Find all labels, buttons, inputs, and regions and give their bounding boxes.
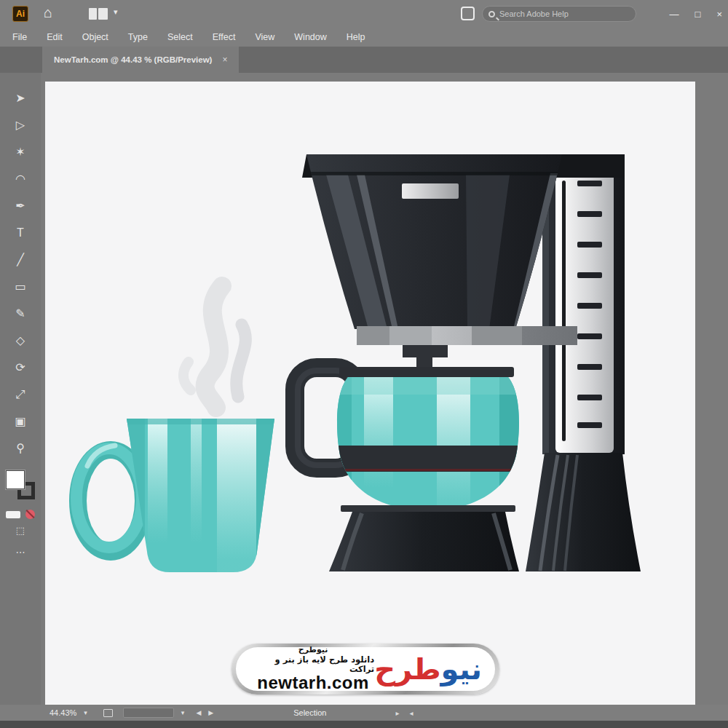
color-icon[interactable] [6, 511, 20, 518]
document-tab-bar: NewTarh.com @ 44.43 % (RGB/Preview) × [0, 47, 728, 73]
window-bottom-edge [0, 721, 728, 728]
next-artboard-icon[interactable]: ▶ [208, 709, 213, 716]
zoom-level-field[interactable]: 44.43% [50, 708, 76, 717]
fill-stroke-swatches[interactable] [4, 469, 36, 504]
coffee-maker-tower[interactable] [542, 154, 625, 454]
status-extra-icons: ▸ ◂ [395, 709, 413, 717]
tools-panel: ➤ ▷ ✶ ◠ ✒ T ╱ ▭ ✎ ◇ ⟳ ⤢ ▣ ⚲ ⬚ ⋯ [0, 73, 41, 705]
selection-tool-icon[interactable]: ➤ [9, 84, 32, 111]
menu-window[interactable]: Window [294, 32, 326, 42]
tower-base[interactable] [526, 453, 641, 571]
current-tool-label: Selection [293, 708, 326, 717]
tab-close-icon[interactable]: × [222, 55, 227, 65]
menu-effect[interactable]: Effect [213, 32, 236, 42]
menu-type[interactable]: Type [128, 32, 148, 42]
draw-mode-icon[interactable]: ⬚ [9, 519, 32, 541]
artboard-name-field[interactable] [123, 708, 174, 718]
pen-tool-icon[interactable]: ✒ [9, 192, 32, 219]
illustrator-window: { "app": { "titlebar": { "logo": "Ai", "… [0, 0, 728, 728]
back-icon[interactable]: ◂ [410, 709, 414, 717]
minimize-button[interactable]: — [670, 9, 679, 20]
fill-swatch[interactable] [6, 470, 25, 489]
shaper-tool-icon[interactable]: ◇ [9, 327, 32, 354]
play-icon[interactable]: ▸ [395, 709, 399, 717]
type-tool-icon[interactable]: T [9, 219, 32, 246]
menu-bar: File Edit Object Type Select Effect View… [0, 28, 728, 47]
newtarh-watermark-badge: نیوطرح دانلود طرح لایه باز بنر و تراکت n… [232, 644, 499, 695]
arrange-rect-icon [98, 8, 108, 20]
teal-carafe[interactable] [295, 367, 521, 515]
status-bar: 44.43% ▾ ▾ ◀ ▶ Selection ▸ ◂ [0, 705, 728, 721]
search-input[interactable] [499, 9, 623, 18]
help-search-box[interactable] [482, 6, 636, 22]
steam-wisps[interactable] [183, 286, 245, 408]
zoom-dropdown-icon[interactable]: ▾ [84, 709, 87, 716]
zoom-tool-icon[interactable]: ⚲ [9, 435, 32, 462]
arrange-rect-icon [89, 8, 97, 20]
menu-edit[interactable]: Edit [47, 32, 63, 42]
color-controls [6, 510, 35, 519]
paintbrush-tool-icon[interactable]: ✎ [9, 300, 32, 327]
rotate-tool-icon[interactable]: ⟳ [9, 354, 32, 381]
watermark-domain: newtarh.com [257, 673, 369, 692]
chevron-down-icon[interactable]: ▾ [114, 7, 118, 17]
document-tab-title: NewTarh.com @ 44.43 % (RGB/Preview) [54, 55, 212, 64]
home-icon[interactable]: ⌂ [44, 4, 52, 21]
artboard-nav-arrows: ◀ ▶ [196, 709, 213, 716]
artboard-dropdown-icon[interactable]: ▾ [181, 709, 185, 716]
logo-blue-part: نیو [441, 652, 482, 686]
menu-object[interactable]: Object [82, 32, 108, 42]
arrange-documents-icon[interactable] [89, 8, 108, 20]
artboard-tool-icon[interactable]: ▣ [9, 408, 32, 435]
share-document-icon[interactable] [461, 7, 475, 20]
magic-wand-tool-icon[interactable]: ✶ [9, 138, 32, 165]
artboard-canvas[interactable]: نیوطرح دانلود طرح لایه باز بنر و تراکت n… [45, 82, 695, 705]
scale-tool-icon[interactable]: ⤢ [9, 381, 32, 408]
lasso-tool-icon[interactable]: ◠ [9, 165, 32, 192]
menu-file[interactable]: File [12, 32, 27, 42]
workspace: ➤ ▷ ✶ ◠ ✒ T ╱ ▭ ✎ ◇ ⟳ ⤢ ▣ ⚲ ⬚ ⋯ [0, 73, 728, 705]
illustrator-app-icon: Ai [12, 6, 28, 22]
artboard-nav-icon[interactable] [103, 709, 113, 717]
menu-select[interactable]: Select [167, 32, 193, 42]
teal-mug[interactable] [76, 419, 275, 575]
warming-base[interactable] [329, 505, 519, 571]
close-button[interactable]: × [716, 9, 722, 20]
watermark-content: نیوطرح دانلود طرح لایه باز بنر و تراکت n… [236, 647, 495, 691]
menu-view[interactable]: View [255, 32, 274, 42]
none-icon[interactable] [25, 510, 35, 519]
artwork-canvas-svg[interactable] [45, 82, 695, 705]
watermark-text-block: نیوطرح دانلود طرح لایه باز بنر و تراکت n… [252, 646, 374, 692]
rectangle-tool-icon[interactable]: ▭ [9, 273, 32, 300]
line-segment-tool-icon[interactable]: ╱ [9, 246, 32, 273]
newtarh-logo: نیوطرح [374, 654, 482, 684]
logo-red-part: طرح [374, 652, 440, 686]
prev-artboard-icon[interactable]: ◀ [196, 709, 201, 716]
window-controls: — □ × [670, 0, 722, 28]
document-tab[interactable]: NewTarh.com @ 44.43 % (RGB/Preview) × [42, 47, 239, 73]
watermark-brand-farsi: نیوطرح [298, 646, 328, 654]
watermark-tagline-farsi: دانلود طرح لایه باز بنر و تراکت [252, 655, 374, 674]
menu-help[interactable]: Help [347, 32, 365, 42]
direct-selection-tool-icon[interactable]: ▷ [9, 111, 32, 138]
maximize-button[interactable]: □ [695, 9, 701, 20]
edit-toolbar-icon[interactable]: ⋯ [9, 541, 32, 563]
title-bar: Ai ⌂ ▾ — □ × [0, 0, 728, 28]
search-icon [488, 11, 495, 17]
